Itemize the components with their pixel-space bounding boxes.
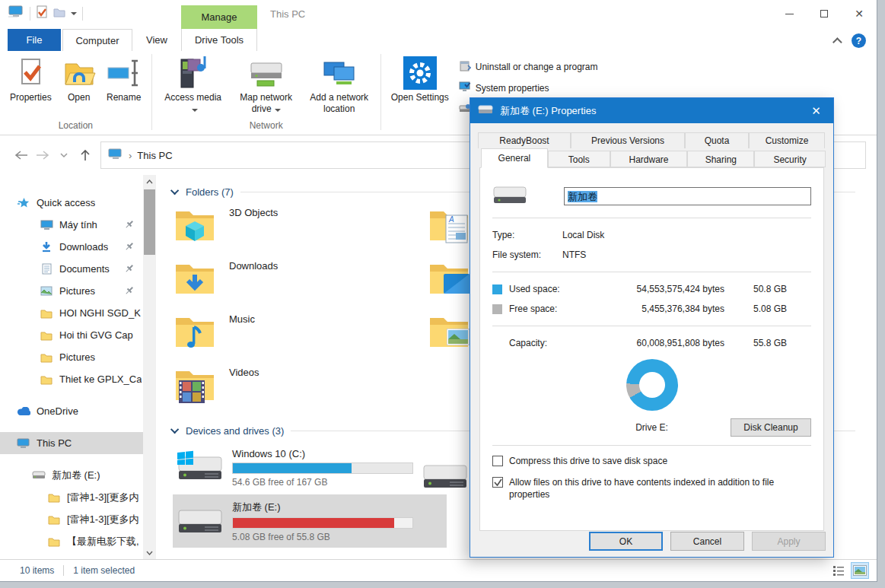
- tab-general[interactable]: General: [481, 148, 548, 168]
- recent-locations-caret-icon[interactable]: [53, 145, 75, 166]
- tab-computer[interactable]: Computer: [62, 29, 132, 51]
- folder-tile-videos[interactable]: Videos: [173, 364, 424, 412]
- qat-properties-icon[interactable]: [36, 5, 48, 22]
- cancel-button[interactable]: Cancel: [670, 532, 744, 551]
- help-icon[interactable]: ?: [852, 33, 866, 48]
- drive-free-text: 54.6 GB free of 167 GB: [232, 477, 413, 488]
- forward-icon[interactable]: [32, 145, 53, 166]
- scroll-up-icon[interactable]: [143, 175, 156, 188]
- compress-checkbox[interactable]: [492, 456, 503, 466]
- ok-button[interactable]: OK: [589, 532, 663, 551]
- uninstall-program-button[interactable]: Uninstall or change a program: [459, 59, 598, 74]
- tab-customize[interactable]: Customize: [749, 132, 825, 148]
- sidebar-item-folder[interactable]: Thiet ke GPLX_Ca: [0, 368, 143, 390]
- index-checkbox[interactable]: [492, 477, 503, 488]
- sidebar-item-label: This PC: [37, 437, 72, 449]
- back-icon[interactable]: [11, 145, 32, 166]
- this-pc-icon: [108, 148, 123, 162]
- capacity-label: Capacity:: [509, 338, 606, 348]
- volume-label-input[interactable]: 新加卷: [564, 187, 811, 205]
- quick-access-toolbar: [8, 5, 83, 22]
- sidebar-item-label: [雷神1-3][更多内: [67, 491, 139, 504]
- disk-cleanup-button[interactable]: Disk Cleanup: [731, 418, 811, 437]
- free-space-label: Free space:: [509, 304, 606, 314]
- sidebar-item-label: Hoi thi GVG Cap: [59, 329, 133, 341]
- dialog-close-icon[interactable]: ✕: [799, 98, 833, 123]
- folder-tile-downloads[interactable]: Downloads: [173, 257, 424, 306]
- open-button[interactable]: Open: [57, 53, 101, 106]
- manage-contextual-header[interactable]: Manage: [181, 5, 257, 29]
- collapse-chevron-icon[interactable]: [170, 425, 179, 434]
- drive-tile-c[interactable]: Windows 10 (C:) 54.6 GB free of 167 GB: [173, 441, 447, 494]
- breadcrumb[interactable]: This PC: [137, 150, 172, 161]
- tab-quota[interactable]: Quota: [685, 132, 749, 148]
- sidebar-item-pictures[interactable]: Pictures: [0, 280, 143, 302]
- details-view-button[interactable]: [829, 562, 848, 579]
- folder-icon: [40, 308, 53, 319]
- sidebar-item-may-tinh[interactable]: Máy tính: [0, 214, 143, 236]
- system-properties-button[interactable]: System properties: [459, 81, 598, 95]
- tab-tools[interactable]: Tools: [548, 151, 610, 167]
- tab-sharing[interactable]: Sharing: [687, 151, 754, 167]
- up-icon[interactable]: [75, 145, 96, 166]
- window-title: This PC: [270, 8, 305, 20]
- window-controls: ✕: [772, 0, 877, 27]
- tab-file[interactable]: File: [8, 29, 61, 51]
- sidebar-item-folder[interactable]: 【最新电影下载,: [0, 530, 143, 552]
- add-network-location-button[interactable]: Add a network location: [303, 53, 376, 117]
- toolbar-separator: [82, 7, 83, 21]
- sidebar-item-folder[interactable]: [雷神1-3][更多内: [0, 508, 143, 530]
- scrollbar-thumb[interactable]: [144, 189, 155, 255]
- qat-new-folder-icon[interactable]: [53, 7, 65, 21]
- map-network-drive-button[interactable]: Map network drive: [230, 53, 303, 117]
- folder-pictures-icon: [427, 310, 471, 354]
- minimize-button[interactable]: [772, 0, 807, 27]
- tab-view[interactable]: View: [132, 29, 181, 51]
- collapse-chevron-icon[interactable]: [170, 186, 179, 195]
- tab-readyboost[interactable]: ReadyBoost: [478, 132, 571, 148]
- compress-checkbox-row[interactable]: Compress this drive to save disk space: [492, 455, 811, 467]
- index-checkbox-row[interactable]: Allow files on this drive to have conten…: [492, 476, 811, 501]
- sidebar-item-label: 【最新电影下载,: [67, 535, 139, 548]
- sidebar-item-folder[interactable]: HOI NGHI SGD_K: [0, 302, 143, 324]
- drive-name: 新加卷 (E:): [232, 501, 413, 514]
- qat-customize-caret-icon[interactable]: [71, 12, 77, 15]
- drive-tile-partial[interactable]: [422, 458, 468, 495]
- folder-desktop-icon: [427, 257, 471, 301]
- drive-tile-e[interactable]: 新加卷 (E:) 5.08 GB free of 55.8 GB: [173, 494, 447, 548]
- sidebar-item-downloads[interactable]: Downloads: [0, 236, 143, 258]
- thumbnails-view-button[interactable]: [851, 562, 869, 579]
- sidebar-item-folder[interactable]: [雷神1-3][更多内: [0, 486, 143, 508]
- sidebar-item-folder[interactable]: Pictures: [0, 346, 143, 368]
- drive-usage-bar: [232, 462, 413, 474]
- sidebar-item-this-pc[interactable]: This PC: [0, 432, 143, 454]
- tab-security[interactable]: Security: [754, 151, 826, 167]
- map-network-drive-icon: [248, 56, 285, 91]
- nav-scrollbar[interactable]: [143, 175, 156, 559]
- free-space-bytes: 5,455,376,384 bytes: [606, 304, 724, 314]
- dropdown-caret-icon: [192, 109, 198, 112]
- sidebar-item-label: Quick access: [37, 197, 95, 208]
- maximize-button[interactable]: [807, 0, 842, 27]
- folder-tile-3d-objects[interactable]: 3D Objects: [173, 204, 424, 253]
- tab-drive-tools[interactable]: Drive Tools: [181, 29, 257, 51]
- rename-button[interactable]: Rename: [101, 53, 147, 106]
- close-button[interactable]: ✕: [842, 0, 877, 27]
- folder-downloads-icon: [173, 257, 217, 301]
- used-space-label: Used space:: [509, 284, 606, 294]
- sidebar-item-quick-access[interactable]: Quick access: [0, 192, 143, 214]
- sidebar-item-documents[interactable]: Documents: [0, 258, 143, 280]
- pin-icon: [125, 242, 134, 253]
- tab-previous-versions[interactable]: Previous Versions: [571, 132, 685, 148]
- open-settings-button[interactable]: Open Settings: [386, 53, 454, 106]
- tab-hardware[interactable]: Hardware: [610, 151, 688, 167]
- scroll-down-icon[interactable]: [143, 546, 156, 559]
- access-media-button[interactable]: Access media: [157, 53, 230, 117]
- folder-tile-music[interactable]: Music: [173, 310, 424, 359]
- sidebar-item-folder[interactable]: Hoi thi GVG Cap: [0, 324, 143, 346]
- sidebar-item-onedrive[interactable]: OneDrive: [0, 400, 143, 422]
- properties-button[interactable]: Properties: [5, 53, 57, 106]
- monitor-icon: [40, 220, 53, 230]
- sidebar-item-drive-e[interactable]: 新加卷 (E:): [0, 464, 143, 486]
- apply-button[interactable]: Apply: [752, 532, 826, 551]
